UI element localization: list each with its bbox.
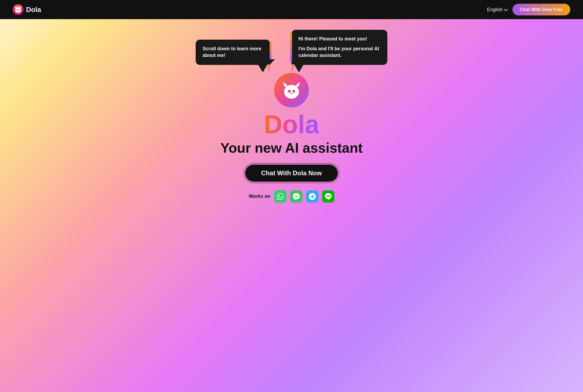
language-selector[interactable]: English [487, 7, 507, 12]
chat-now-button[interactable]: Chat With Dola Now [244, 164, 339, 182]
whatsapp-icon[interactable] [274, 190, 286, 203]
logo-text: Dola [26, 6, 41, 14]
svg-point-6 [18, 11, 19, 11]
bubble-accent-bar-right [290, 32, 292, 62]
svg-marker-8 [283, 82, 288, 87]
svg-point-5 [19, 9, 20, 11]
speech-bubbles-row: Scroll down to learn more about me! Hi t… [145, 30, 438, 65]
bubble-right-line2: I'm Dola and I'll be your personal AI ca… [298, 45, 380, 59]
bubble-tail [258, 64, 268, 72]
logo-icon [13, 4, 23, 15]
right-bubble-wrapper: Hi there! Pleased to meet you! I'm Dola … [292, 30, 387, 65]
svg-point-10 [288, 90, 290, 93]
svg-point-7 [284, 85, 299, 99]
svg-point-14 [294, 92, 297, 94]
telegram-icon[interactable] [306, 190, 318, 203]
logo-container[interactable]: Dola [13, 4, 41, 15]
line-icon[interactable] [322, 190, 334, 203]
dola-logo-circle [274, 73, 309, 107]
navbar-right: English Chat With Dola Free [487, 4, 570, 15]
hero-section: Scroll down to learn more about me! Hi t… [0, 19, 583, 392]
svg-point-12 [291, 93, 292, 94]
chat-free-button[interactable]: Chat With Dola Free [512, 4, 570, 15]
bubble-accent-bar [270, 42, 272, 62]
chevron-down-icon [504, 7, 508, 11]
svg-marker-9 [295, 82, 300, 87]
svg-point-11 [293, 90, 295, 93]
imessage-icon[interactable] [290, 190, 302, 203]
dola-brand-text: Dola [264, 112, 319, 137]
svg-point-1 [15, 7, 21, 13]
svg-point-13 [286, 92, 289, 94]
works-on-label: Works on [249, 194, 270, 199]
speech-bubble-right: Hi there! Pleased to meet you! I'm Dola … [292, 30, 387, 65]
bubble-left-text: Scroll down to learn more about me! [203, 46, 261, 58]
left-bubble-wrapper: Scroll down to learn more about me! [196, 40, 270, 65]
hero-center: Dola Your new AI assistant Chat With Dol… [220, 73, 363, 203]
speech-bubble-left: Scroll down to learn more about me! [196, 40, 270, 65]
hero-tagline: Your new AI assistant [220, 140, 363, 156]
language-label: English [487, 7, 503, 12]
navbar: Dola English Chat With Dola Free [0, 0, 583, 19]
bubble-tail-right [294, 64, 304, 72]
works-on-row: Works on [249, 190, 334, 203]
svg-point-4 [17, 9, 18, 11]
bubble-right-line1: Hi there! Pleased to meet you! [298, 36, 380, 42]
